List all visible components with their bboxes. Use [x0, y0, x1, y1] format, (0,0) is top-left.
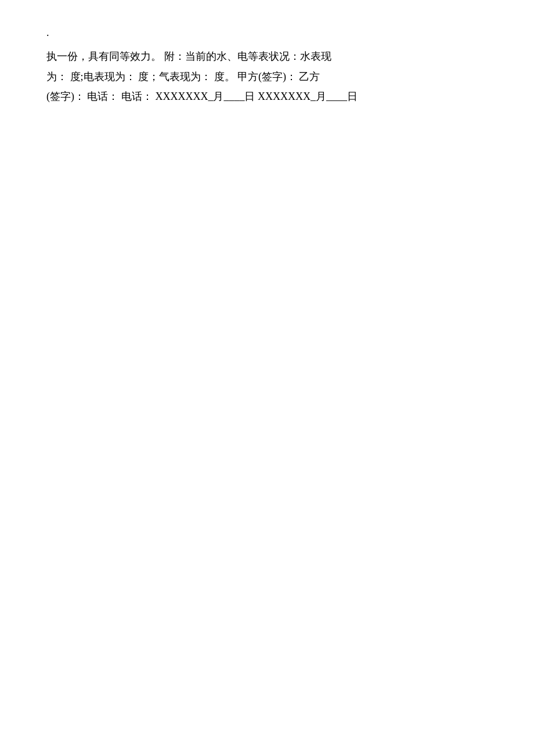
dot-separator: . [46, 23, 488, 42]
dot-text: . [46, 27, 49, 38]
text-line-2: 为： 度;电表现为： 度；气表现为： 度。 甲方(签字)： 乙方 [46, 67, 488, 87]
content-block: 执一份，具有同等效力。 附：当前的水、电等表状况：水表现 为： 度;电表现为： … [46, 46, 488, 106]
document-page: . 执一份，具有同等效力。 附：当前的水、电等表状况：水表现 为： 度;电表现为… [0, 0, 534, 756]
text-line-3: (签字)： 电话： 电话： XXXXXXX_月____日 XXXXXXX_月__… [46, 87, 488, 106]
text-line-1: 执一份，具有同等效力。 附：当前的水、电等表状况：水表现 [46, 46, 488, 66]
